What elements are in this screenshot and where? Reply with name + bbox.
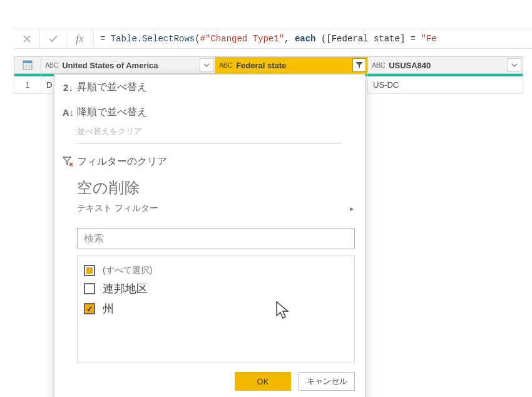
check-icon: [48, 34, 58, 43]
column-header-label: Federal state: [236, 61, 286, 70]
clear-sort: 並べ替えをクリア: [54, 126, 365, 137]
column-filter-button[interactable]: [508, 58, 521, 72]
formula-commit-button[interactable]: [40, 29, 66, 48]
formula-cancel-button[interactable]: [14, 29, 40, 48]
chevron-down-icon: [203, 63, 210, 67]
column-filter-button[interactable]: [200, 58, 213, 72]
table-cell[interactable]: US-DC: [367, 76, 523, 94]
column-header-label: USUSA840: [389, 61, 431, 70]
fx-icon[interactable]: fx: [66, 29, 94, 48]
ok-button[interactable]: OK: [235, 372, 291, 391]
submenu-arrow-icon: ▸: [350, 204, 354, 213]
column-header-usa[interactable]: ABC United States of America: [41, 56, 215, 74]
filter-applied-icon: [355, 61, 364, 69]
column-header-federal-state[interactable]: ABC Federal state: [215, 56, 368, 74]
filter-value-list: (すべて選択) 連邦地区 州: [77, 255, 355, 363]
x-icon: [23, 34, 31, 43]
formula-input[interactable]: = Table.SelectRows(#"Changed Type1", eac…: [94, 29, 532, 48]
filter-value-state[interactable]: 州: [84, 299, 348, 319]
filter-value-federal-district[interactable]: 連邦地区: [84, 279, 348, 299]
separator: [77, 143, 342, 144]
checkbox-checked[interactable]: [84, 303, 95, 314]
chevron-down-icon: [511, 63, 518, 67]
table-icon: [23, 60, 33, 70]
sort-desc-icon: A↓: [59, 107, 77, 118]
sort-descending[interactable]: A↓ 降順で並べ替え: [54, 100, 365, 125]
search-input[interactable]: 検索: [77, 228, 355, 249]
row-number[interactable]: 1: [14, 76, 41, 94]
checkbox-unchecked[interactable]: [84, 283, 95, 294]
formula-bar: fx = Table.SelectRows(#"Changed Type1", …: [14, 29, 532, 49]
table-menu-button[interactable]: [14, 56, 41, 74]
checkbox-indeterminate[interactable]: [84, 265, 95, 276]
remove-empty[interactable]: 空の削除: [54, 174, 365, 199]
text-filters[interactable]: テキスト フィルター ▸: [54, 199, 365, 222]
abc-type-icon: ABC: [372, 61, 385, 69]
clear-filter-icon: [59, 157, 77, 167]
abc-type-icon: ABC: [45, 61, 58, 69]
svg-rect-1: [23, 61, 32, 63]
column-header-ususa840[interactable]: ABC USUSA840: [367, 56, 523, 74]
column-filter-button-active[interactable]: [352, 58, 366, 72]
filter-dropdown: 2↓ 昇順で並べ替え A↓ 降順で並べ替え 並べ替えをクリア フィルターのクリア…: [54, 74, 366, 397]
sort-ascending[interactable]: 2↓ 昇順で並べ替え: [54, 75, 365, 100]
cancel-button[interactable]: キャンセル: [299, 372, 355, 391]
abc-type-icon: ABC: [219, 61, 232, 69]
column-header-label: United States of America: [62, 61, 158, 70]
sort-asc-icon: 2↓: [59, 82, 77, 93]
clear-filter[interactable]: フィルターのクリア: [54, 149, 365, 174]
filter-select-all[interactable]: (すべて選択): [84, 262, 348, 279]
